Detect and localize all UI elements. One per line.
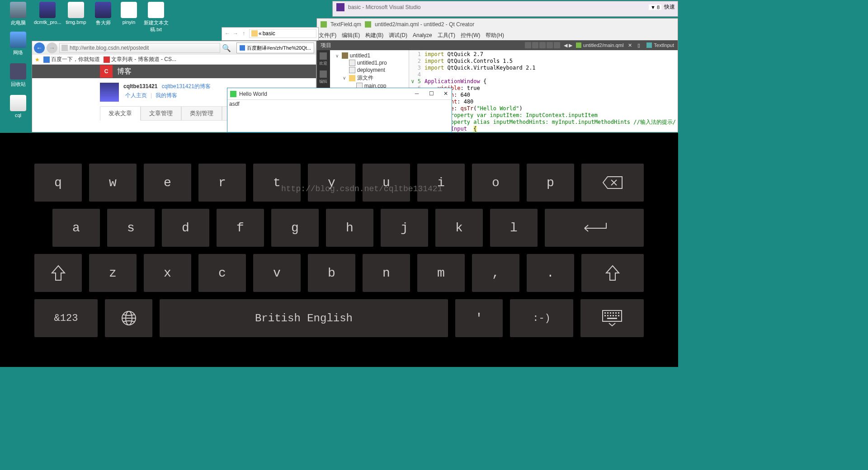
open-file-tab[interactable]: untitled2/main.qml — [576, 42, 623, 48]
avatar[interactable] — [100, 83, 119, 102]
desktop-icon-ludashi[interactable]: 鲁大师 — [90, 2, 117, 26]
close-button[interactable]: ✕ — [443, 90, 449, 97]
key-hide-keyboard[interactable] — [580, 299, 644, 337]
key-v[interactable]: v — [253, 254, 301, 292]
profile-myblog-link[interactable]: 我的博客 — [156, 92, 177, 99]
key-shift-right[interactable] — [581, 254, 644, 292]
ie-back-button[interactable]: ← — [34, 42, 45, 53]
tab-split-icon[interactable]: ▯ — [637, 42, 640, 48]
key-k[interactable]: k — [435, 209, 483, 247]
menu-edit[interactable]: 编辑(E) — [342, 32, 360, 39]
explorer-address[interactable]: « basic — [249, 29, 316, 38]
menu-widgets[interactable]: 控件(W) — [461, 32, 480, 39]
favorite-link[interactable]: 文章列表 - 博客频道 - CS... — [104, 56, 176, 63]
key-x[interactable]: x — [144, 254, 191, 292]
key-space[interactable]: British English — [160, 299, 448, 337]
key-w[interactable]: w — [89, 164, 137, 202]
desktop-icon-pinyin[interactable]: pinyin — [115, 2, 142, 25]
key-u[interactable]: u — [363, 164, 410, 202]
desktop-icon-cql[interactable]: cql — [5, 95, 32, 118]
key-t[interactable]: t — [253, 164, 301, 202]
qt-tab-textfield[interactable]: TextField.qm — [321, 21, 361, 28]
file-explorer-window[interactable]: ← → ↑ « basic — [222, 27, 319, 41]
ie-address-field[interactable]: http://write.blog.csdn.net/postedit — [59, 43, 220, 53]
key-comma[interactable]: , — [472, 254, 519, 292]
vs-quicklaunch[interactable]: 快速 — [664, 3, 675, 11]
tree-node[interactable]: ∨untitled1 — [331, 52, 408, 59]
key-numeric[interactable]: &123 — [34, 299, 98, 337]
key-p[interactable]: p — [527, 164, 574, 202]
blog-tab-categories[interactable]: 类别管理 — [181, 106, 222, 121]
desktop-icon-newtxt[interactable]: 新建文本文 稿.txt — [142, 2, 170, 33]
blog-tab-post[interactable]: 发表文章 — [100, 106, 141, 121]
source-code[interactable]: import QtQuick 2.7 import QtQuick.Contro… — [423, 50, 678, 132]
blog-tab-articles[interactable]: 文章管理 — [141, 106, 181, 121]
search-icon[interactable]: 🔍 — [222, 43, 231, 53]
menu-tools[interactable]: 工具(T) — [438, 32, 455, 39]
menu-file[interactable]: 文件(F) — [319, 32, 336, 39]
favorite-link[interactable]: 百度一下，你就知道 — [43, 56, 100, 63]
menu-analyze[interactable]: Analyze — [413, 32, 432, 38]
toolbar-icon[interactable] — [539, 42, 546, 48]
mode-edit[interactable]: 编辑 — [317, 68, 330, 86]
key-y[interactable]: y — [308, 164, 355, 202]
chevron-icon[interactable]: ∨ — [335, 53, 340, 58]
key-e[interactable]: e — [144, 164, 191, 202]
key-l[interactable]: l — [490, 209, 538, 247]
key-z[interactable]: z — [89, 254, 137, 292]
key-m[interactable]: m — [417, 254, 465, 292]
project-selector[interactable]: 项目 — [321, 42, 331, 49]
user-blog-link[interactable]: cqltbe131421的博客 — [162, 83, 211, 89]
open-file-tab-2[interactable]: TextInput — [646, 42, 674, 48]
key-i[interactable]: i — [417, 164, 465, 202]
key-backspace[interactable] — [581, 164, 644, 202]
key-d[interactable]: d — [162, 209, 209, 247]
visual-studio-window[interactable]: basic - Microsoft Visual Studio ▼ 8 快速 — [332, 1, 678, 17]
vs-notification-badge[interactable]: ▼ 8 — [649, 5, 661, 10]
ie-forward-button[interactable]: → — [47, 42, 57, 53]
key-period[interactable]: . — [527, 254, 574, 292]
key-j[interactable]: j — [381, 209, 428, 247]
chevron-icon[interactable]: ∨ — [343, 75, 347, 80]
menu-build[interactable]: 构建(B) — [365, 32, 383, 39]
tree-node[interactable]: untitled1.pro — [331, 59, 408, 66]
tab-close-icon[interactable]: ✕ — [628, 42, 632, 48]
key-o[interactable]: o — [472, 164, 519, 202]
key-b[interactable]: b — [308, 254, 355, 292]
key-enter[interactable] — [545, 209, 644, 247]
nav-up-icon[interactable]: ↑ — [240, 30, 247, 37]
key-a[interactable]: a — [52, 209, 100, 247]
key-q[interactable]: q — [34, 164, 82, 202]
toolbar-icon[interactable] — [547, 42, 553, 48]
key-c[interactable]: c — [198, 254, 246, 292]
maximize-button[interactable]: ☐ — [428, 90, 434, 97]
nav-arrows-icon[interactable]: ◀ ▶ — [564, 42, 572, 48]
toolbar-icon[interactable] — [525, 42, 531, 48]
key-n[interactable]: n — [363, 254, 410, 292]
profile-homepage-link[interactable]: 个人主页 — [125, 92, 147, 99]
tree-node[interactable]: deployment — [331, 66, 408, 74]
text-input[interactable]: asdf — [229, 101, 240, 107]
nav-fwd-icon[interactable]: → — [232, 30, 239, 37]
key-shift-left[interactable] — [34, 254, 82, 292]
desktop-icon-dcmtk[interactable]: dcmtk_pro... — [34, 2, 61, 25]
desktop-icon-timg[interactable]: timg.bmp — [62, 2, 90, 25]
minimize-button[interactable]: ─ — [414, 90, 420, 97]
menu-help[interactable]: 帮助(H) — [486, 32, 504, 39]
nav-back-icon[interactable]: ← — [224, 30, 231, 37]
key-h[interactable]: h — [326, 209, 373, 247]
tree-node[interactable]: ∨源文件 — [331, 74, 408, 82]
desktop-icon-network[interactable]: 网络 — [5, 32, 32, 56]
key-f[interactable]: f — [217, 209, 264, 247]
key-apostrophe[interactable]: ' — [455, 299, 503, 337]
desktop-icon-pc[interactable]: 此电脑 — [5, 2, 32, 26]
toolbar-icon[interactable] — [532, 42, 538, 48]
favorites-icon[interactable]: ★ — [35, 56, 40, 63]
key-s[interactable]: s — [107, 209, 155, 247]
path-segment[interactable]: basic — [263, 30, 275, 37]
key-emoji[interactable]: :-) — [510, 299, 573, 337]
key-language[interactable] — [105, 299, 152, 337]
key-r[interactable]: r — [198, 164, 246, 202]
toolbar-icon[interactable] — [554, 42, 560, 48]
menu-debug[interactable]: 调试(D) — [389, 32, 407, 39]
